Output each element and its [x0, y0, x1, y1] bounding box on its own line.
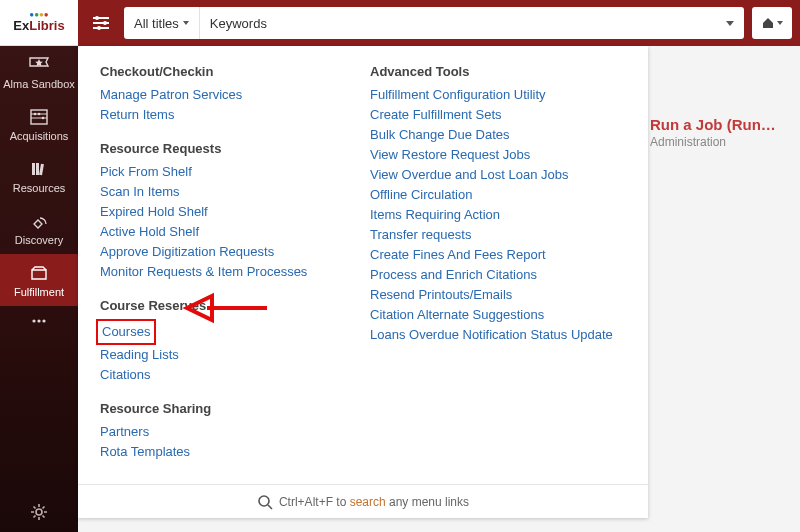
- svg-point-16: [95, 16, 99, 20]
- left-sidebar: ●●●● ExLibris Alma Sandbox Acquisitions …: [0, 0, 78, 532]
- menu-group-header: Checkout/Checkin: [100, 64, 330, 79]
- sliders-icon: [91, 14, 111, 32]
- menu-item-scan-in-items[interactable]: Scan In Items: [100, 182, 330, 202]
- logo-text-part1: Ex: [13, 18, 29, 33]
- svg-point-4: [38, 113, 41, 116]
- home-icon: [761, 16, 775, 30]
- menu-item-reading-lists[interactable]: Reading Lists: [100, 345, 330, 365]
- menu-group-header: Resource Sharing: [100, 401, 330, 416]
- search-icon: [257, 494, 273, 510]
- menu-group-header: Advanced Tools: [370, 64, 613, 79]
- menu-item-transfer-requests[interactable]: Transfer requests: [370, 225, 613, 245]
- menu-group-header: Resource Requests: [100, 141, 330, 156]
- menu-item-manage-patron-services[interactable]: Manage Patron Services: [100, 85, 330, 105]
- menu-column-left: Checkout/CheckinManage Patron ServicesRe…: [100, 64, 330, 478]
- menu-item-citation-alternate-suggestions[interactable]: Citation Alternate Suggestions: [370, 305, 613, 325]
- menu-item-offline-circulation[interactable]: Offline Circulation: [370, 185, 613, 205]
- menu-item-approve-digitization-requests[interactable]: Approve Digitization Requests: [100, 242, 330, 262]
- menu-group-checkout-checkin: Checkout/CheckinManage Patron ServicesRe…: [100, 64, 330, 125]
- menu-group-header: Course Reserves: [100, 298, 330, 313]
- menu-item-pick-from-shelf[interactable]: Pick From Shelf: [100, 162, 330, 182]
- nav-fulfillment[interactable]: Fulfillment: [0, 254, 78, 306]
- svg-line-20: [268, 505, 272, 509]
- svg-point-18: [97, 26, 101, 30]
- menu-item-loans-overdue-notification-status-update[interactable]: Loans Overdue Notification Status Update: [370, 325, 613, 345]
- menu-group-course-reserves: Course ReservesCoursesReading ListsCitat…: [100, 298, 330, 385]
- logo[interactable]: ●●●● ExLibris: [0, 0, 78, 46]
- svg-point-10: [37, 319, 40, 322]
- search-mode-label: Keywords: [210, 16, 267, 31]
- nav-more[interactable]: [0, 306, 78, 338]
- hint-pre: Ctrl+Alt+F to: [279, 495, 350, 509]
- menu-item-resend-printouts-emails[interactable]: Resend Printouts/Emails: [370, 285, 613, 305]
- more-horizontal-icon: [28, 316, 50, 326]
- abacus-icon: [28, 108, 50, 126]
- svg-rect-0: [31, 110, 47, 124]
- home-dropdown-button[interactable]: [752, 7, 792, 39]
- chevron-down-icon: [183, 21, 189, 25]
- chevron-down-icon: [777, 21, 783, 25]
- svg-point-11: [42, 319, 45, 322]
- topbar: All titles Keywords: [78, 0, 800, 46]
- nav-alma-sandbox[interactable]: Alma Sandbox: [0, 46, 78, 98]
- nav-label: Discovery: [15, 234, 63, 246]
- svg-rect-7: [36, 163, 39, 175]
- star-badge-icon: [28, 56, 50, 74]
- menu-group-resource-sharing: Resource SharingPartnersRota Templates: [100, 401, 330, 462]
- svg-point-19: [259, 496, 269, 506]
- recent-activity-card[interactable]: Run a Job (Run… Administration: [650, 116, 790, 149]
- menu-item-create-fines-and-fees-report[interactable]: Create Fines And Fees Report: [370, 245, 613, 265]
- menu-item-fulfillment-configuration-utility[interactable]: Fulfillment Configuration Utility: [370, 85, 613, 105]
- box-open-icon: [28, 264, 50, 282]
- menu-item-return-items[interactable]: Return Items: [100, 105, 330, 125]
- svg-point-9: [32, 319, 35, 322]
- nav-discovery[interactable]: Discovery: [0, 202, 78, 254]
- gear-icon: [29, 502, 49, 522]
- menu-item-partners[interactable]: Partners: [100, 422, 330, 442]
- hint-highlight: search: [350, 495, 386, 509]
- recent-activity-subtitle: Administration: [650, 135, 790, 149]
- menu-item-rota-templates[interactable]: Rota Templates: [100, 442, 330, 462]
- svg-point-5: [42, 117, 45, 120]
- menu-item-items-requiring-action[interactable]: Items Requiring Action: [370, 205, 613, 225]
- search-scope-label: All titles: [134, 16, 179, 31]
- hint-post: any menu links: [386, 495, 469, 509]
- recent-activity-title: Run a Job (Run…: [650, 116, 790, 133]
- menu-item-monitor-requests-item-processes[interactable]: Monitor Requests & Item Processes: [100, 262, 330, 282]
- svg-point-17: [103, 21, 107, 25]
- menu-item-active-hold-shelf[interactable]: Active Hold Shelf: [100, 222, 330, 242]
- filter-toggle-button[interactable]: [86, 8, 116, 38]
- search-scope-dropdown[interactable]: All titles: [124, 7, 200, 39]
- nav-acquisitions[interactable]: Acquisitions: [0, 98, 78, 150]
- search-bar: All titles Keywords: [124, 7, 744, 39]
- chevron-down-icon: [726, 21, 734, 26]
- search-mode-dropdown[interactable]: Keywords: [200, 7, 744, 39]
- annotation-highlight-box: Courses: [96, 319, 156, 345]
- svg-rect-8: [39, 164, 44, 175]
- menu-search-hint: Ctrl+Alt+F to search any menu links: [78, 484, 648, 518]
- nav-label: Resources: [13, 182, 66, 194]
- nav-label: Fulfillment: [14, 286, 64, 298]
- svg-point-3: [34, 113, 37, 116]
- menu-item-create-fulfillment-sets[interactable]: Create Fulfillment Sets: [370, 105, 613, 125]
- menu-item-process-and-enrich-citations[interactable]: Process and Enrich Citations: [370, 265, 613, 285]
- menu-item-view-restore-request-jobs[interactable]: View Restore Request Jobs: [370, 145, 613, 165]
- settings-button[interactable]: [0, 492, 78, 532]
- menu-item-expired-hold-shelf[interactable]: Expired Hold Shelf: [100, 202, 330, 222]
- menu-item-view-overdue-and-lost-loan-jobs[interactable]: View Overdue and Lost Loan Jobs: [370, 165, 613, 185]
- satellite-icon: [28, 212, 50, 230]
- svg-rect-6: [32, 163, 35, 175]
- nav-label: Alma Sandbox: [3, 78, 75, 90]
- menu-item-courses[interactable]: Courses: [102, 322, 150, 342]
- menu-group-advanced-tools: Advanced ToolsFulfillment Configuration …: [370, 64, 613, 345]
- nav-resources[interactable]: Resources: [0, 150, 78, 202]
- books-icon: [28, 160, 50, 178]
- nav-label: Acquisitions: [10, 130, 69, 142]
- menu-item-bulk-change-due-dates[interactable]: Bulk Change Due Dates: [370, 125, 613, 145]
- menu-column-right: Advanced ToolsFulfillment Configuration …: [370, 64, 613, 478]
- logo-text-part2: Libris: [29, 18, 64, 33]
- svg-point-12: [36, 509, 42, 515]
- menu-group-resource-requests: Resource RequestsPick From ShelfScan In …: [100, 141, 330, 282]
- fulfillment-mega-menu: Checkout/CheckinManage Patron ServicesRe…: [78, 46, 648, 518]
- menu-item-citations[interactable]: Citations: [100, 365, 330, 385]
